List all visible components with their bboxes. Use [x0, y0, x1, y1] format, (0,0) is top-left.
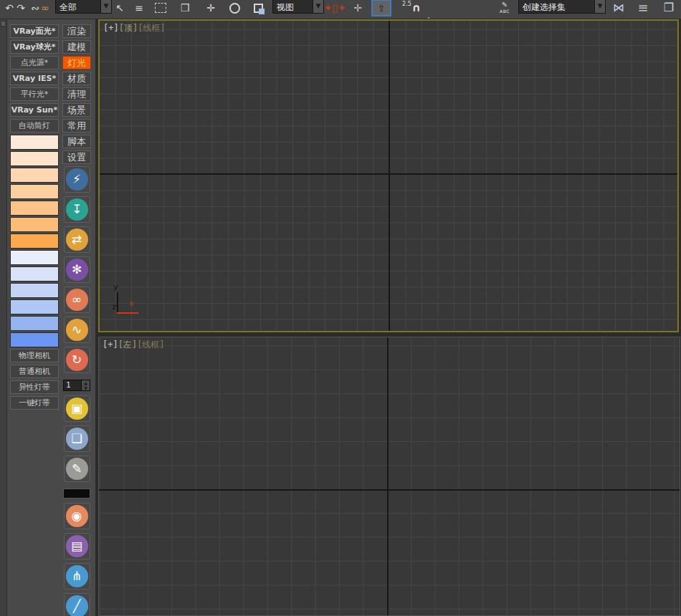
undo-icon[interactable]: ↶ [4, 0, 14, 16]
viewport-menu[interactable]: [+] [103, 340, 118, 350]
camera-icon[interactable]: ◉ [66, 505, 88, 527]
viewport-shading-label[interactable]: [线框] [138, 23, 165, 33]
dock-grip[interactable] [1, 21, 6, 27]
camera-button[interactable]: 异性灯带 [10, 380, 59, 394]
flower-icon[interactable]: ✻ [66, 259, 88, 281]
pivot-center-icon[interactable]: ✦▯✦ [326, 0, 343, 16]
marquee-region-icon[interactable] [153, 0, 168, 16]
gizmo-y-axis [117, 292, 118, 312]
redo-icon[interactable]: ↷ [16, 0, 26, 16]
color-swatch[interactable] [10, 151, 59, 166]
chevron-down-icon[interactable]: ▼ [594, 0, 605, 13]
light-button[interactable]: VRay球光* [10, 40, 59, 54]
rotate-circle [229, 3, 240, 14]
viewport-shading-label[interactable]: [线框] [137, 340, 164, 350]
refresh-icon-frame: ↻ [64, 347, 90, 373]
flower-icon-frame: ✻ [64, 256, 90, 283]
camera-button[interactable]: 普通相机 [10, 365, 59, 378]
viewport-left-label[interactable]: [+][左][线框] [103, 339, 165, 351]
gizmo-x-label: x [129, 299, 134, 308]
category-tab[interactable]: 场景 [62, 103, 91, 117]
chevron-down-icon[interactable]: ▼ [100, 0, 111, 13]
viewport-left[interactable]: [+][左][线框] z [98, 337, 680, 616]
color-swatch[interactable] [10, 184, 59, 199]
color-swatch[interactable] [10, 266, 59, 281]
viewport-menu[interactable]: [+] [103, 23, 119, 33]
color-swatch[interactable] [10, 234, 59, 249]
download-icon[interactable]: ↧ [66, 198, 88, 221]
move-icon[interactable]: ✛ [204, 0, 218, 16]
named-selection-sets-dropdown[interactable]: 创建选择集 ▼ [518, 0, 606, 14]
ruler-icon[interactable]: ╱ [66, 595, 88, 616]
spinner-arrows: ▲▼ [81, 380, 90, 390]
light-button[interactable]: VRay IES* [10, 72, 59, 85]
snap-toggle-icon[interactable]: 2.5∩ [403, 0, 420, 16]
selection-filter-dropdown[interactable]: 全部 ▼ [55, 0, 112, 14]
category-tab[interactable]: 设置 [62, 150, 91, 164]
bones-icon[interactable]: ⋔ [66, 565, 88, 587]
select-by-name-icon[interactable]: ≡ [132, 0, 146, 16]
window-crossing-icon[interactable]: ❒ [178, 0, 192, 16]
align-icon[interactable]: ≡ [632, 0, 654, 16]
color-swatch[interactable] [10, 316, 59, 331]
color-swatch[interactable] [10, 217, 59, 232]
category-tab[interactable]: 脚本 [62, 135, 91, 148]
chevron-down-icon[interactable]: ▼ [313, 0, 323, 13]
category-tab[interactable]: 灯光 [62, 56, 91, 69]
reference-coord-dropdown[interactable]: 视图 ▼ [272, 0, 324, 14]
light-button[interactable]: 点光源* [10, 56, 59, 69]
shortcut-override-button[interactable]: ⇧ [371, 0, 391, 16]
bind-spacewarp-icon[interactable]: ∞ [39, 0, 51, 16]
camera-button[interactable]: 一键灯带 [10, 396, 59, 410]
color-swatch[interactable] [10, 168, 59, 183]
color-swatch[interactable] [10, 299, 59, 314]
edit-named-selections-icon[interactable]: ✎ ABC [496, 0, 513, 16]
spinner-up-icon[interactable]: ▲ [82, 380, 90, 385]
category-tab[interactable]: 渲染 [62, 24, 91, 38]
rotate-icon[interactable] [227, 0, 242, 16]
world-y-axis-line [387, 337, 389, 615]
color-swatch[interactable] [10, 283, 59, 298]
color-swatch[interactable] [10, 135, 59, 150]
color-swatch[interactable] [10, 201, 59, 216]
sync-icon[interactable]: ⇄ [66, 228, 88, 251]
image-icon[interactable]: ▣ [66, 398, 88, 420]
reference-coord-value: 视图 [273, 0, 313, 13]
chain-link-icon[interactable]: ∞ [66, 289, 88, 311]
photos-icon[interactable]: ❏ [66, 428, 88, 450]
mirror-icon[interactable]: ⋈ [609, 0, 628, 16]
category-tab[interactable]: 建模 [62, 40, 91, 54]
spinner-down-icon[interactable]: ▼ [82, 385, 90, 390]
category-tab[interactable]: 材质 [62, 72, 91, 85]
light-button[interactable]: VRay面光* [10, 24, 59, 38]
usb-drive-icon[interactable]: ✎ [66, 458, 88, 480]
angle-label: ∠ [426, 12, 431, 19]
lightning-icon[interactable]: ⚡ [66, 168, 88, 191]
refresh-icon[interactable]: ↻ [66, 349, 88, 371]
blank-field[interactable] [63, 489, 90, 499]
light-button[interactable]: VRay Sun* [10, 103, 59, 117]
camera-button[interactable]: 物理相机 [10, 349, 59, 362]
light-button[interactable]: 平行光* [10, 87, 59, 101]
spinner-value: 1 [64, 380, 81, 390]
category-tab[interactable]: 常用 [62, 119, 91, 133]
scale-icon[interactable] [251, 0, 265, 16]
color-swatch[interactable] [10, 332, 59, 347]
count-spinner[interactable]: 1▲▼ [63, 380, 90, 391]
main-toolbar: ↶ ↷ ∾ ∞ 全部 ▼ ↖ ≡ ❒ ✛ 视图 ▼ ✦▯✦ ✛ ⇧ 2.5∩ ∠… [0, 0, 681, 19]
viewport-top-label[interactable]: [+][顶][线框] [103, 22, 166, 34]
select-and-link-icon[interactable]: ∾ [30, 0, 40, 16]
select-manipulate-icon[interactable]: ✛ [351, 0, 365, 16]
viewport-view-label[interactable]: [顶] [119, 23, 138, 33]
gizmo-y-label: y [113, 282, 118, 292]
light-button[interactable]: 自动筒灯 [10, 119, 59, 133]
viewport-view-label[interactable]: [左] [118, 340, 137, 350]
category-tab[interactable]: 清理 [62, 87, 91, 101]
layer-manager-icon[interactable]: ❐ [658, 0, 680, 16]
chart-icon[interactable]: ∿ [66, 319, 88, 341]
select-object-icon[interactable]: ↖ [113, 0, 126, 16]
color-swatch[interactable] [10, 250, 59, 265]
sync-icon-frame: ⇄ [64, 226, 90, 253]
viewport-top[interactable]: [+][顶][线框] y x z [98, 19, 679, 332]
notebook-icon[interactable]: ▤ [66, 535, 88, 557]
